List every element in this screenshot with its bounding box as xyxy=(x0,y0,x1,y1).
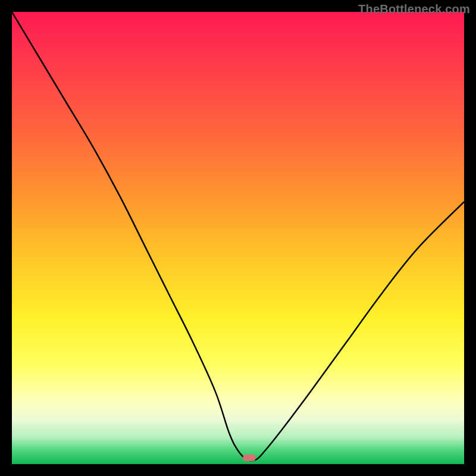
chart-stage: TheBottleneck.com xyxy=(0,0,476,476)
optimum-marker xyxy=(243,455,256,461)
watermark-text: TheBottleneck.com xyxy=(358,2,470,16)
curve-svg xyxy=(12,12,464,464)
bottleneck-curve xyxy=(12,12,464,461)
plot-area xyxy=(12,12,464,464)
